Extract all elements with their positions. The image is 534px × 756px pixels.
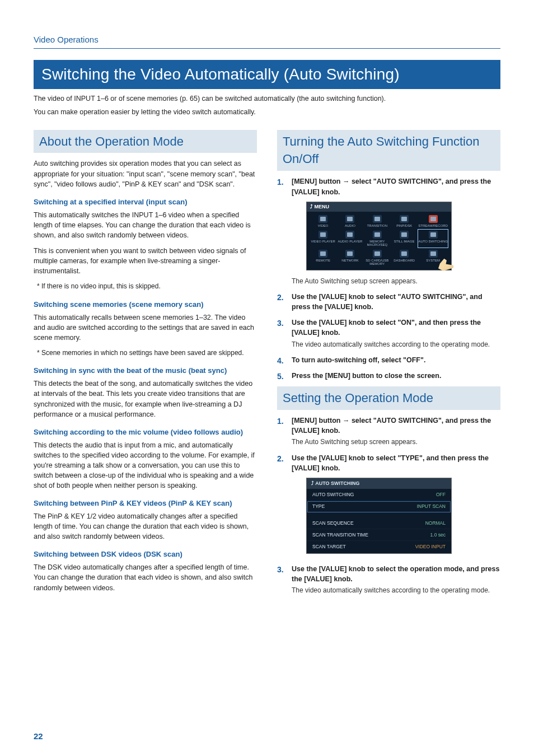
settings-row: TYPEINPUT SCAN — [307, 501, 451, 512]
menu-item-label: STILL IMAGE — [394, 240, 415, 243]
menu-item: AUTO SWITCHING — [418, 230, 448, 248]
menu-item-label: AUDIO — [345, 224, 355, 227]
dsk-scan-desc: The DSK video automatically changes afte… — [34, 562, 257, 592]
heading-beat-sync: Switching in sync with the beat of the m… — [34, 366, 257, 376]
header-text: Video Operations — [34, 35, 99, 44]
section-setting-mode: Setting the Operation Mode — [277, 386, 500, 410]
menu-item: PINP/DSK — [391, 214, 417, 228]
left-column: About the Operation Mode Auto switching … — [34, 130, 257, 601]
scene-memory-note: Scene memories in which no settings have… — [37, 348, 257, 358]
menu-item-label: AUTO SWITCHING — [418, 240, 448, 243]
settings-row-label: SCAN TRANSITION TIME — [312, 531, 368, 538]
menu-item-label: REMOTE — [316, 259, 330, 262]
menu-item-icon — [429, 250, 438, 258]
menu-shot-title: ⤴ MENU — [307, 202, 451, 212]
step-on-off-1: [MENU] button → select "AUTO SWITCHING",… — [277, 176, 500, 286]
menu-item-icon — [345, 231, 354, 239]
step-mode-3-sub: The video automatically switches accordi… — [292, 586, 500, 595]
input-scan-note: If there is no video input, this is skip… — [37, 282, 257, 291]
heading-scene-memory-scan: Switching scene memories (scene memory s… — [34, 300, 257, 310]
settings-screenshot: ⤴ AUTO SWITCHING AUTO SWITCHINGOFFTYPEIN… — [306, 478, 452, 554]
step-mode-1-sub: The Auto Switching setup screen appears. — [292, 437, 500, 447]
step-on-off-5-main: Press the [MENU] button to close the scr… — [292, 371, 500, 381]
section-about-mode: About the Operation Mode — [34, 130, 257, 153]
step-on-off-3-sub: The video automatically switches accordi… — [292, 340, 500, 349]
settings-row: SCAN SEQUENCENORMAL — [307, 517, 451, 529]
menu-item-label: SD CARD/USB MEMORY — [366, 259, 388, 265]
step-on-off-4: To turn auto-switching off, select "OFF"… — [277, 355, 500, 365]
menu-item-label: AUDIO PLAYER — [338, 240, 363, 243]
page-title: Switching the Video Automatically (Auto … — [34, 60, 500, 90]
settings-row-label: SCAN SEQUENCE — [312, 520, 354, 526]
settings-row-value: NORMAL — [425, 520, 446, 526]
menu-item: VIDEO — [310, 214, 336, 228]
header-region: Video Operations — [34, 34, 500, 49]
menu-item: MEMORY MACRO/SEQ — [364, 230, 390, 248]
step-on-off-2: Use the [VALUE] knob to select "AUTO SWI… — [277, 292, 500, 312]
step-mode-3: Use the [VALUE] knob to select the opera… — [277, 564, 500, 596]
settings-row-label: SCAN TARGET — [312, 543, 346, 550]
menu-item: SD CARD/USB MEMORY — [364, 249, 390, 267]
menu-item-icon — [400, 250, 409, 258]
step-mode-1: [MENU] button → select "AUTO SWITCHING",… — [277, 416, 500, 447]
step-on-off-1-sub: The Auto Switching setup screen appears. — [292, 277, 500, 286]
settings-shot-title: ⤴ AUTO SWITCHING — [307, 478, 451, 489]
steps-on-off: [MENU] button → select "AUTO SWITCHING",… — [277, 176, 500, 381]
menu-item-icon — [373, 215, 382, 223]
menu-item: STILL IMAGE — [391, 230, 417, 248]
scene-memory-desc: This automatically recalls between scene… — [34, 312, 257, 343]
heading-pinp-key-scan: Switching between PinP & KEY videos (Pin… — [34, 498, 257, 509]
menu-item-icon — [345, 215, 354, 223]
about-mode-intro: Auto switching provides six operation mo… — [34, 158, 257, 189]
menu-item: NETWORK — [337, 249, 363, 267]
menu-item: STREAM/RECORD — [418, 214, 448, 228]
menu-item-label: MEMORY MACRO/SEQ — [367, 240, 387, 246]
settings-row-value: OFF — [436, 491, 446, 498]
heading-dsk-scan: Switching between DSK videos (DSK scan) — [34, 549, 257, 560]
menu-item: REMOTE — [310, 249, 336, 267]
section-turn-on-off: Turning the Auto Switching Function On/O… — [277, 130, 500, 171]
heading-video-follows-audio: Switching according to the mic volume (v… — [34, 427, 257, 438]
settings-row-value: VIDEO INPUT — [415, 543, 446, 550]
menu-item: VIDEO PLAYER — [310, 230, 336, 248]
two-column-layout: About the Operation Mode Auto switching … — [34, 130, 500, 601]
pinp-key-scan-desc: The PinP & KEY 1/2 video automatically c… — [34, 511, 257, 542]
intro-line-1: The video of INPUT 1–6 or of scene memor… — [34, 94, 500, 104]
menu-item-label: VIDEO — [318, 224, 329, 227]
menu-item: TRANSITION — [364, 214, 390, 228]
menu-item: SYSTEM — [418, 249, 448, 267]
settings-row-value: 1.0 sec — [430, 531, 446, 538]
right-column: Turning the Auto Switching Function On/O… — [277, 130, 500, 601]
step-on-off-4-main: To turn auto-switching off, select "OFF"… — [292, 355, 500, 365]
menu-item-icon — [318, 250, 327, 258]
input-scan-desc-1: This automatically switches the INPUT 1–… — [34, 210, 257, 240]
step-on-off-5: Press the [MENU] button to close the scr… — [277, 371, 500, 381]
step-mode-2: Use the [VALUE] knob to select "TYPE", a… — [277, 453, 500, 558]
menu-item-label: PINP/DSK — [396, 224, 412, 227]
settings-row: SCAN TARGETVIDEO INPUT — [307, 541, 451, 553]
intro-line-2: You can make operation easier by letting… — [34, 107, 500, 117]
step-mode-3-main: Use the [VALUE] knob to select the opera… — [292, 564, 500, 584]
menu-item-icon — [429, 215, 438, 223]
step-on-off-1-main: [MENU] button → select "AUTO SWITCHING",… — [292, 176, 500, 197]
step-on-off-3: Use the [VALUE] knob to select "ON", and… — [277, 318, 500, 349]
menu-screenshot: ⤴ MENU VIDEOAUDIOTRANSITIONPINP/DSKSTREA… — [306, 202, 452, 270]
input-scan-desc-2: This is convenient when you want to swit… — [34, 246, 257, 276]
menu-item-icon — [373, 250, 382, 258]
step-mode-2-main: Use the [VALUE] knob to select "TYPE", a… — [292, 453, 500, 473]
settings-row-label: AUTO SWITCHING — [312, 491, 354, 498]
menu-item-icon — [318, 215, 327, 223]
menu-item-icon — [429, 231, 438, 239]
menu-item-icon — [318, 231, 327, 239]
video-follows-audio-desc: This detects the audio that is input fro… — [34, 440, 257, 491]
menu-item-icon — [400, 231, 409, 239]
settings-row-value: INPUT SCAN — [417, 503, 446, 510]
menu-item: AUDIO — [337, 214, 363, 228]
menu-item: AUDIO PLAYER — [337, 230, 363, 248]
heading-input-scan: Switching at a specified interval (input… — [34, 197, 257, 208]
intro-block: The video of INPUT 1–6 or of scene memor… — [34, 94, 500, 117]
beat-sync-desc: This detects the beat of the song, and a… — [34, 379, 257, 419]
menu-item-icon — [373, 231, 382, 239]
menu-item-icon — [345, 250, 354, 258]
menu-item-label: DASHBOARD — [394, 259, 415, 262]
